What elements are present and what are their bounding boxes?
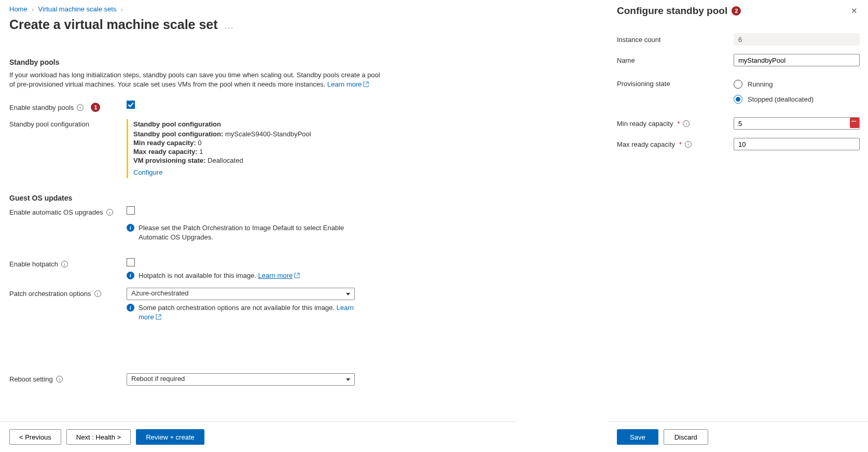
page-title: Create a virtual machine scale set	[9, 17, 218, 32]
save-button[interactable]: Save	[617, 429, 658, 445]
info-message-icon: i	[127, 304, 134, 312]
breadcrumb-vmss[interactable]: Virtual machine scale sets	[38, 5, 117, 13]
error-indicator-icon[interactable]	[850, 118, 859, 128]
info-icon[interactable]: i	[94, 290, 101, 297]
info-message-icon: i	[127, 272, 134, 279]
enable-hotpatch-checkbox[interactable]	[127, 258, 135, 266]
external-link-icon	[156, 313, 161, 319]
enable-hotpatch-label: Enable hotpatch	[9, 260, 58, 268]
info-icon[interactable]: i	[61, 261, 68, 267]
standby-pools-heading: Standby pools	[9, 58, 507, 66]
patch-message: Some patch orchestration options are not…	[139, 304, 337, 312]
reboot-setting-select[interactable]: Reboot if required	[127, 373, 355, 386]
close-icon[interactable]: ✕	[849, 4, 860, 18]
instance-count-input	[734, 33, 860, 46]
configure-standby-pool-panel: Configure standby pool 2 ✕ Instance coun…	[609, 0, 868, 452]
auto-os-message: Please set the Patch Orchestration to Im…	[139, 223, 355, 242]
provisioning-stopped-radio[interactable]	[734, 95, 742, 104]
min-ready-input[interactable]	[734, 117, 860, 130]
provisioning-state-label: Provisioning state	[617, 80, 670, 88]
provisioning-stopped-label: Stopped (deallocated)	[748, 95, 814, 103]
panel-title: Configure standby pool 2	[617, 5, 741, 17]
info-icon[interactable]: i	[56, 376, 63, 383]
min-ready-label: Min ready capacity	[617, 120, 673, 128]
discard-button[interactable]: Discard	[664, 429, 708, 445]
name-label: Name	[617, 56, 635, 64]
next-button[interactable]: Next : Health >	[66, 429, 131, 445]
footer-bar: < Previous Next : Health > Review + crea…	[0, 421, 516, 452]
info-icon[interactable]: i	[683, 120, 690, 127]
patch-orchestration-label: Patch orchestration options	[9, 290, 91, 298]
info-message-icon: i	[127, 224, 134, 232]
panel-footer: Save Discard	[609, 421, 868, 452]
patch-orchestration-select[interactable]: Azure-orchestrated	[127, 288, 355, 300]
standby-config-box: Standby pool configuration Standby pool …	[127, 119, 355, 178]
info-icon[interactable]: i	[685, 141, 692, 148]
name-input[interactable]	[734, 54, 860, 66]
breadcrumb: Home › Virtual machine scale sets ›	[9, 5, 507, 13]
enable-auto-os-label: Enable automatic OS upgrades	[9, 208, 103, 216]
review-create-button[interactable]: Review + create	[136, 429, 204, 445]
annotation-badge-1: 1	[91, 103, 100, 112]
max-ready-label: Max ready capacity	[617, 140, 675, 148]
enable-standby-pools-checkbox[interactable]	[127, 101, 135, 109]
hotpatch-message: Hotpatch is not available for this image…	[139, 272, 258, 279]
guest-os-updates-heading: Guest OS updates	[9, 194, 507, 202]
provisioning-running-radio[interactable]	[734, 80, 742, 89]
more-icon[interactable]: ···	[225, 23, 234, 32]
standby-config-label: Standby pool configuration	[9, 120, 89, 128]
info-icon[interactable]: i	[106, 209, 113, 216]
enable-standby-pools-label: Enable standby pools	[9, 104, 74, 111]
enable-auto-os-checkbox[interactable]	[127, 206, 135, 215]
external-link-icon	[363, 80, 369, 86]
reboot-setting-label: Reboot setting	[9, 375, 53, 383]
breadcrumb-home[interactable]: Home	[9, 5, 27, 13]
max-ready-input[interactable]	[734, 138, 860, 150]
standby-pools-desc: If your workload has long initialization…	[9, 70, 383, 89]
instance-count-label: Instance count	[617, 36, 661, 44]
previous-button[interactable]: < Previous	[9, 429, 61, 445]
standby-learn-more-link[interactable]: Learn more	[327, 80, 369, 88]
provisioning-running-label: Running	[748, 80, 773, 88]
external-link-icon	[294, 272, 300, 277]
annotation-badge-2: 2	[732, 6, 741, 16]
info-icon[interactable]: i	[77, 104, 84, 111]
configure-link[interactable]: Configure	[133, 168, 355, 176]
hotpatch-learn-more-link[interactable]: Learn more	[258, 272, 300, 279]
